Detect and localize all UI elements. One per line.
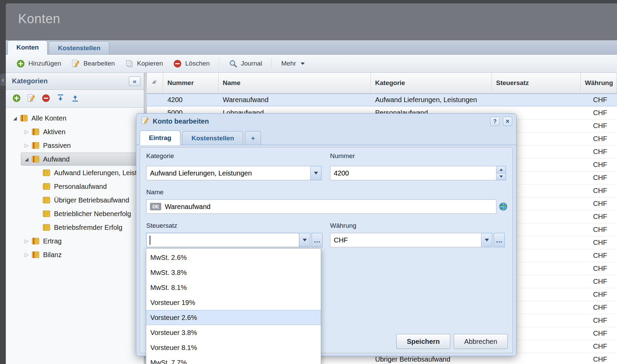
tab-kostenstellen[interactable]: Kostenstellen xyxy=(49,41,109,54)
steuersatz-combobox[interactable]: … xyxy=(146,233,323,247)
bearbeiten-button[interactable]: Bearbeiten xyxy=(67,57,119,70)
dialog-tabstrip: EintragKostenstellen+ xyxy=(136,129,516,145)
dropdown-option-mwst-7-7[interactable]: MwSt. 7.7% xyxy=(146,355,321,364)
main-toolbar: HinzufügenBearbeitenKopierenLöschenJourn… xyxy=(6,55,617,73)
name-value: Warenaufwand xyxy=(165,203,210,211)
cell-waehrung: CHF xyxy=(581,132,617,145)
mehr-label: Mehr xyxy=(281,60,296,67)
kategorie-dropdown-trigger[interactable] xyxy=(311,166,321,180)
tree-item-bilanz[interactable]: ▷Bilanz xyxy=(6,248,144,262)
dropdown-option-vorsteuer-19[interactable]: Vorsteuer 19% xyxy=(146,295,321,310)
tree-item-aufwand-lieferungen-leistungen[interactable]: Aufwand Lieferungen, Leistungen xyxy=(6,166,144,180)
spin-down-button[interactable] xyxy=(496,173,506,180)
tree-item-betrieblicher-nebenerfolg[interactable]: Betrieblicher Nebenerfolg xyxy=(6,207,144,221)
waehrung-input[interactable]: CHF xyxy=(330,233,481,247)
dialog-header[interactable]: Konto bearbeiten ? × xyxy=(136,114,516,129)
dropdown-option-mwst-2-6[interactable]: MwSt. 2.6% xyxy=(146,250,321,265)
dropdown-option-vorsteuer-3-8[interactable]: Vorsteuer 3.8% xyxy=(146,325,321,340)
expand-node-icon[interactable]: ▷ xyxy=(22,252,31,258)
cell-waehrung: CHF xyxy=(581,249,617,262)
add-category-button[interactable] xyxy=(11,94,22,104)
column-header-icon[interactable] xyxy=(147,73,163,93)
journal-button[interactable]: Journal xyxy=(224,57,266,70)
tree-item-aufwand[interactable]: ◢Aufwand xyxy=(6,152,144,166)
waehrung-more-button[interactable]: … xyxy=(494,233,505,247)
column-header-w-hrung[interactable]: Währung xyxy=(581,73,617,93)
expand-all-icon xyxy=(56,94,65,104)
waehrung-dropdown-trigger[interactable] xyxy=(481,233,492,247)
expand-node-icon[interactable]: ▷ xyxy=(22,238,31,244)
steuersatz-more-button[interactable]: … xyxy=(312,233,323,247)
column-header-steuersatz[interactable]: Steuersatz xyxy=(492,73,581,93)
hinzuf-gen-button[interactable]: Hinzufügen xyxy=(12,57,66,70)
dialog-tab-eintrag[interactable]: Eintrag xyxy=(140,130,180,145)
name-field[interactable]: DE Warenaufwand xyxy=(146,199,496,214)
waehrung-label: Währung xyxy=(330,222,356,229)
speichern-button[interactable]: Speichern xyxy=(396,334,450,349)
cell-kategorie: Aufwand Lieferungen, Leistungen xyxy=(371,94,492,106)
cell-waehrung: CHF xyxy=(581,301,617,314)
kategorie-combobox[interactable]: Aufwand Lieferungen, Leistungen xyxy=(146,166,321,180)
column-header-nummer[interactable]: Nummer xyxy=(163,73,219,93)
nummer-input[interactable]: 4200 xyxy=(330,166,496,180)
folder-icon xyxy=(19,114,28,122)
tree-item-ertrag[interactable]: ▷Ertrag xyxy=(6,234,144,248)
mehr-button[interactable]: Mehr xyxy=(277,57,309,70)
text-caret xyxy=(150,236,150,245)
waehrung-combobox[interactable]: CHF … xyxy=(330,233,505,247)
collapse-node-icon[interactable]: ◢ xyxy=(11,115,19,121)
name-label: Name xyxy=(146,188,164,196)
dropdown-option-vorsteuer-8-1[interactable]: Vorsteuer 8.1% xyxy=(146,340,321,355)
tree-item-briger-betriebsaufwand[interactable]: Übriger Betriebsaufwand xyxy=(6,193,144,207)
add-tab-button[interactable]: + xyxy=(245,131,261,145)
tree-item-passiven[interactable]: ▷Passiven xyxy=(6,139,144,152)
kopieren-button[interactable]: Kopieren xyxy=(121,57,167,70)
kategorie-input[interactable]: Aufwand Lieferungen, Leistungen xyxy=(146,166,311,180)
spin-up-button[interactable] xyxy=(496,166,506,173)
chevron-down-icon xyxy=(314,172,318,174)
nummer-spinner-field[interactable]: 4200 xyxy=(330,166,506,180)
column-header-kategorie[interactable]: Kategorie xyxy=(371,73,492,93)
steuersatz-input[interactable] xyxy=(146,233,299,247)
collapse-all-button[interactable] xyxy=(70,94,80,104)
categories-panel-header: Kategorien « xyxy=(6,73,144,90)
column-header-name[interactable]: Name xyxy=(219,73,371,93)
tab-konten[interactable]: Konten xyxy=(8,40,47,55)
remove-category-button[interactable] xyxy=(41,94,51,104)
add-icon xyxy=(12,94,21,104)
tree-item-aktiven[interactable]: ▷Aktiven xyxy=(6,125,144,139)
cell-icon xyxy=(147,94,163,106)
dropdown-option-vorsteuer-2-6[interactable]: Vorsteuer 2.6% xyxy=(146,310,321,325)
expand-left-panel-button[interactable]: ‹ xyxy=(0,74,5,86)
tree-item-label: Bilanz xyxy=(43,251,61,259)
tree-item-personalaufwand[interactable]: Personalaufwand xyxy=(6,180,144,193)
ledger-icon xyxy=(42,224,51,231)
help-button[interactable]: ? xyxy=(490,117,499,126)
tree-item-betriebsfremder-erfolg[interactable]: Betriebsfremder Erfolg xyxy=(6,221,144,234)
l-schen-button[interactable]: Löschen xyxy=(169,57,214,70)
dialog-tab-kostenstellen[interactable]: Kostenstellen xyxy=(182,131,243,145)
dialog-footer-buttons: SpeichernAbbrechen xyxy=(396,334,508,349)
cell-waehrung: CHF xyxy=(581,158,617,171)
steuersatz-dropdown-trigger[interactable] xyxy=(299,233,310,247)
globe-icon[interactable] xyxy=(499,202,508,211)
steuersatz-dropdown-list: MwSt. 2.6%MwSt. 3.8%MwSt. 8.1%Vorsteuer … xyxy=(146,248,321,364)
expand-node-icon[interactable]: ▷ xyxy=(22,142,31,149)
abbrechen-button[interactable]: Abbrechen xyxy=(454,334,508,349)
edit-category-button[interactable] xyxy=(26,94,36,104)
collapse-node-icon[interactable]: ◢ xyxy=(22,156,31,162)
close-button[interactable]: × xyxy=(503,117,512,126)
dialog-title: Konto bearbeiten xyxy=(153,117,487,125)
name-input[interactable]: DE Warenaufwand xyxy=(146,199,496,214)
table-row[interactable]: 4200WarenaufwandAufwand Lieferungen, Lei… xyxy=(147,94,617,107)
ledger-icon xyxy=(42,183,51,190)
tree-item-alle-konten[interactable]: ◢Alle Konten xyxy=(6,111,144,125)
collapse-panel-button[interactable]: « xyxy=(129,76,140,86)
dropdown-option-mwst-3-8[interactable]: MwSt. 3.8% xyxy=(146,265,321,280)
expand-all-button[interactable] xyxy=(55,94,66,104)
cell-waehrung: CHF xyxy=(581,288,617,301)
nummer-label: Nummer xyxy=(330,152,355,160)
l-schen-label: Löschen xyxy=(185,60,210,67)
dropdown-option-mwst-8-1[interactable]: MwSt. 8.1% xyxy=(146,280,321,295)
expand-node-icon[interactable]: ▷ xyxy=(22,129,31,135)
